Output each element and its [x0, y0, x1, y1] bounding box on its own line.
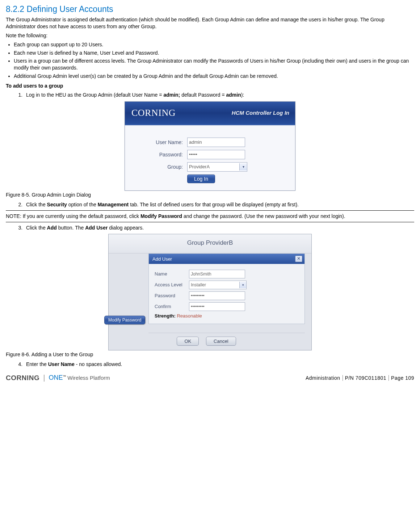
divider: [388, 375, 389, 381]
group-header: Group ProviderB: [109, 234, 311, 253]
text: and change the password. (Use the new pa…: [182, 213, 345, 219]
footer-page: Page 109: [391, 375, 414, 381]
close-icon[interactable]: ✕: [295, 256, 302, 262]
figure-5-caption: Figure 8-5. Group Admin Login Dialog: [6, 192, 414, 198]
group-select-value: ProviderA: [189, 164, 210, 169]
procedure-steps-cont: Click the Security option of the Managem…: [6, 201, 414, 208]
confirm-label: Confirm: [155, 304, 189, 309]
footer-branding: CORNING | ONE™ Wireless Platform: [6, 374, 110, 382]
step-3: Click the Add button. The Add User dialo…: [24, 224, 414, 231]
password-label: Password: [155, 293, 189, 298]
access-level-value: Installer: [191, 282, 206, 287]
list-item: Additional Group Admin level user(s) can…: [14, 73, 414, 80]
corning-logo: CORNING: [131, 108, 176, 118]
footer-pn: P/N 709C011801: [345, 375, 386, 381]
intro-paragraph-2: Note the following:: [6, 32, 414, 39]
add-user-dialog-title: Add User: [152, 256, 172, 262]
chevron-down-icon: ▾: [239, 163, 247, 171]
step-1: Log in to the HEU as the Group Admin (de…: [24, 92, 414, 98]
text: dialog appears.: [108, 225, 144, 231]
chevron-down-icon: ▾: [239, 282, 246, 288]
footer-meta: Administration P/N 709C011801 Page 109: [306, 375, 414, 381]
add-user-dialog: Add User ✕ Name Access Level Installer ▾…: [148, 253, 305, 324]
add-user-panel: Group ProviderB Modify Password Add User…: [108, 234, 312, 350]
text: Click the: [26, 202, 47, 207]
corning-logo: CORNING: [6, 374, 39, 382]
section-heading: 8.2.2 Defining User Accounts: [6, 4, 414, 14]
divider: [148, 333, 305, 333]
username-input[interactable]: [187, 138, 245, 147]
text-bold: Add: [47, 225, 57, 231]
ok-button[interactable]: OK: [177, 337, 199, 346]
text-bold: admin;: [163, 92, 180, 98]
text-bold: Security: [47, 202, 67, 207]
divider: [6, 222, 414, 222]
list-item: Each new User is defined by a Name, User…: [14, 50, 414, 56]
access-level-select[interactable]: Installer ▾: [189, 281, 247, 289]
login-button[interactable]: Log In: [187, 174, 215, 183]
strength-label: Strength:: [155, 313, 176, 319]
text-bold: Add User: [85, 225, 108, 231]
page-footer: CORNING | ONE™ Wireless Platform Adminis…: [6, 374, 414, 382]
access-level-label: Access Level: [155, 282, 189, 287]
login-dialog-body: User Name: Password: Group: ProviderA ▾ …: [125, 125, 295, 190]
confirm-input[interactable]: [189, 302, 245, 311]
note-bullet-list: Each group can support up to 20 Users. E…: [6, 41, 414, 80]
text: button. The: [57, 225, 85, 231]
step-4: Enter the User Name - no spaces allowed.: [24, 361, 414, 368]
text: Click the: [26, 225, 47, 231]
figure-login: CORNING HCM Controller Log In User Name:…: [6, 101, 414, 191]
login-dialog: CORNING HCM Controller Log In User Name:…: [125, 101, 295, 191]
text: NOTE: If you are currently using the def…: [6, 213, 140, 219]
name-label: Name: [155, 272, 189, 277]
figure-add-user: Group ProviderB Modify Password Add User…: [6, 234, 414, 350]
strength-value: Reasonable: [177, 313, 202, 319]
divider: [6, 210, 414, 211]
procedure-steps: Log in to the HEU as the Group Admin (de…: [6, 92, 414, 98]
text: ):: [241, 92, 244, 98]
text: option of the: [67, 202, 98, 207]
group-select[interactable]: ProviderA ▾: [187, 162, 247, 172]
add-user-dialog-titlebar: Add User ✕: [149, 254, 304, 264]
one-logo: ONE: [49, 374, 63, 381]
text-bold: Modify Password: [140, 213, 182, 219]
modify-password-button[interactable]: Modify Password: [104, 316, 145, 324]
trademark-icon: ™: [63, 375, 66, 379]
password-strength: Strength: Reasonable: [155, 313, 299, 319]
name-input[interactable]: [189, 270, 245, 278]
footer-section: Administration: [306, 375, 340, 381]
note-paragraph: NOTE: If you are currently using the def…: [6, 213, 414, 220]
text-bold: admin: [226, 92, 241, 98]
procedure-steps-cont2: Click the Add button. The Add User dialo…: [6, 224, 414, 231]
intro-paragraph-1: The Group Administrator is assigned defa…: [6, 16, 414, 30]
password-input[interactable]: [189, 291, 245, 300]
login-dialog-header: CORNING HCM Controller Log In: [125, 102, 295, 125]
cancel-button[interactable]: Cancel: [206, 337, 236, 346]
brand-tagline: Wireless Platform: [67, 375, 110, 381]
text: tab. The list of defined users for that …: [129, 202, 299, 207]
group-label: Group:: [136, 164, 187, 170]
text: Enter the: [26, 361, 48, 367]
list-item: Users in a group can be of different acc…: [14, 58, 414, 71]
procedure-steps-cont3: Enter the User Name - no spaces allowed.: [6, 361, 414, 368]
figure-6-caption: Figure 8-6. Adding a User to the Group: [6, 351, 414, 358]
password-input[interactable]: [187, 150, 245, 159]
divider: |: [43, 374, 45, 382]
text: Log in to the HEU as the Group Admin (de…: [26, 92, 163, 98]
login-dialog-title: HCM Controller Log In: [232, 110, 289, 116]
text-bold: Management: [98, 202, 129, 207]
procedure-title: To add users to a group: [6, 83, 414, 89]
text: - no spaces allowed.: [75, 361, 122, 367]
text: default Password =: [180, 92, 226, 98]
step-2: Click the Security option of the Managem…: [24, 201, 414, 208]
username-label: User Name:: [136, 139, 187, 145]
password-label: Password:: [136, 152, 187, 157]
divider: [343, 375, 343, 381]
text-bold: User Name: [48, 361, 75, 367]
list-item: Each group can support up to 20 Users.: [14, 41, 414, 48]
